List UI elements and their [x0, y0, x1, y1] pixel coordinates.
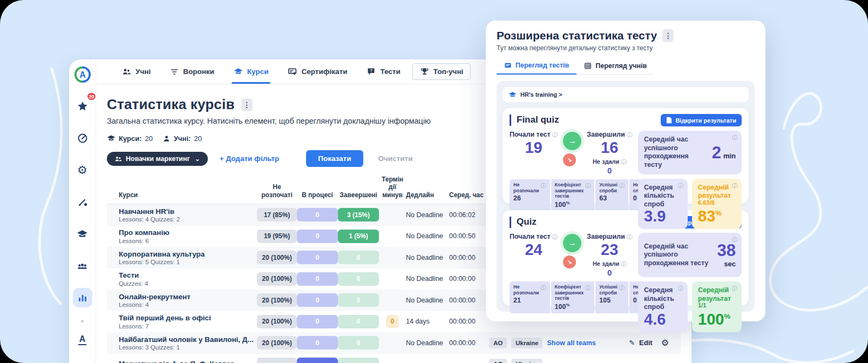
avg-time-unit: min [723, 152, 736, 160]
stat-label: Учні: [174, 135, 191, 143]
tab-courses[interactable]: Курси [226, 59, 276, 84]
in-progress-pill[interactable] [297, 358, 338, 363]
show-button[interactable]: Показати [306, 150, 363, 167]
info-icon[interactable]: ⓘ [732, 134, 737, 142]
in-progress-pill[interactable]: 0 [297, 251, 338, 264]
avg-time-value: 2 [712, 144, 721, 161]
completed-pill[interactable]: 0 [338, 336, 379, 349]
not-started-pill[interactable]: 20 (100%) [257, 293, 297, 307]
avg-time-cell: 00:00:50 [449, 232, 487, 240]
in-progress-pill[interactable]: 0 [297, 336, 338, 349]
info-icon[interactable]: ⓘ [732, 285, 737, 292]
completed-pill[interactable]: 0 [338, 251, 379, 264]
deadline-cell: No Deadline [406, 275, 449, 283]
deadline-cell: No Deadline [406, 254, 449, 261]
sidebar-item-courses[interactable] [73, 224, 92, 244]
in-progress-pill[interactable]: 0 [297, 230, 338, 243]
avg-time-unit: sec [724, 260, 736, 268]
sidebar-item-statistics[interactable] [73, 288, 92, 307]
in-progress-pill[interactable]: 0 [297, 315, 338, 328]
tab-students-view[interactable]: Перегляд учнів [577, 58, 654, 74]
info-icon[interactable]: ⓘ [541, 182, 546, 194]
in-progress-pill[interactable]: 0 [297, 293, 338, 307]
completed-pill[interactable]: 3 (15%) [338, 208, 379, 221]
open-results-button[interactable]: Відкрити результати [661, 114, 742, 126]
breadcrumb[interactable]: HR's training > [503, 87, 749, 102]
team-filter-chip[interactable]: Новачки маркетинг ⌄ [107, 152, 208, 166]
app-logo[interactable]: A [73, 65, 92, 84]
tab-tests[interactable]: ? Тести [359, 59, 408, 84]
not-started-pill[interactable]: 20 (100%) [257, 251, 297, 264]
extended-stats-panel: Розширена статистика тесту ⋮ Тут можна п… [486, 21, 765, 321]
info-icon[interactable]: ⓘ [621, 261, 626, 267]
completed-pill[interactable]: 0 [338, 293, 379, 307]
graduation-cap-icon [234, 67, 243, 76]
team-badge[interactable]: AO [489, 359, 507, 363]
info-icon[interactable]: ⓘ [541, 284, 546, 296]
table-row[interactable]: Маркетинг від А до Я. Ф. Котлер AOUkrain… [107, 354, 681, 363]
info-icon[interactable]: ⓘ [585, 284, 591, 301]
info-icon[interactable]: ⓘ [552, 132, 558, 138]
completed-pill[interactable]: 0 [338, 315, 379, 328]
gauge-icon [77, 133, 88, 144]
expired-badge[interactable]: 0 [386, 315, 399, 328]
completed-pill[interactable]: 0 [338, 272, 379, 286]
info-icon[interactable]: ⓘ [619, 284, 625, 296]
sidebar-item-teams[interactable] [73, 256, 92, 275]
course-sublabel: Lessons: 4 [119, 301, 257, 308]
not-started-pill[interactable]: 17 (85%) [257, 208, 297, 221]
completed-pill[interactable] [338, 358, 379, 363]
in-progress-pill[interactable]: 0 [297, 208, 338, 221]
sidebar-item-dashboard[interactable] [73, 129, 92, 148]
info-icon[interactable]: ⓘ [552, 234, 558, 240]
show-all-teams-link[interactable]: Show all teams [547, 339, 595, 347]
in-progress-pill[interactable]: 0 [297, 272, 338, 286]
edit-button[interactable]: Edit [639, 339, 653, 347]
info-icon[interactable]: ⓘ [621, 159, 626, 165]
completion-rate-chip: Коефіцієнт завершених тестівⓘ 100% [551, 281, 595, 314]
sidebar-item-typography[interactable]: A [78, 335, 87, 345]
not-started-pill[interactable]: 19 (95%) [257, 230, 297, 243]
failed-value: 0 [587, 268, 632, 277]
settings-icon[interactable]: ⚙ [661, 338, 669, 348]
panel-menu-button[interactable]: ⋮ [662, 29, 674, 42]
avg-time-cell: 00:00:00 [449, 339, 487, 347]
failed-stat: Не здали ⓘ [587, 260, 632, 268]
sidebar-item-customization[interactable] [73, 192, 92, 212]
team-badge[interactable]: Ukraine [511, 338, 542, 348]
info-icon[interactable]: ⓘ [585, 182, 591, 199]
tab-certificates[interactable]: Сертифікати [280, 59, 355, 84]
clear-button[interactable]: Очистити [375, 154, 416, 163]
quiz-list: Final quiz Відкрити результати Почали те… [503, 108, 749, 306]
course-title: Маркетинг від А до Я. Ф. Котлер [119, 360, 257, 363]
info-icon[interactable]: ⓘ [732, 236, 737, 244]
table-row[interactable]: Найбагатший чоловік у Вавилоні, Д... Les… [107, 332, 681, 354]
info-icon[interactable]: ⓘ [678, 285, 683, 292]
tab-tests-view[interactable]: Перегляд тестів [497, 58, 577, 75]
info-icon[interactable]: ⓘ [678, 182, 683, 190]
trophy-icon [420, 67, 429, 76]
info-icon[interactable]: ⓘ [732, 182, 737, 190]
not-started-pill[interactable]: 20 (100%) [257, 272, 297, 286]
column-header: Не розпочаті [257, 183, 297, 204]
tab-top-students[interactable]: Топ-учні [412, 63, 471, 80]
sidebar-item-favorites[interactable]: 20 [73, 97, 92, 116]
add-filter-link[interactable]: + Додати фільтр [220, 154, 279, 163]
page-menu-button[interactable]: ⋮ [241, 98, 253, 111]
completed-pill[interactable]: 1 (5%) [338, 230, 379, 243]
avg-time-cell: 00:00:00 [449, 297, 487, 304]
info-icon[interactable]: ⓘ [619, 182, 625, 194]
info-icon[interactable]: ⓘ [627, 234, 632, 240]
sidebar-item-settings[interactable]: ⚙ [73, 160, 92, 180]
team-badge[interactable]: Ukraine [511, 359, 542, 363]
avg-attempts-value: 4.6 [644, 312, 682, 327]
not-started-pill[interactable] [257, 358, 297, 363]
not-started-pill[interactable]: 20 (100%) [257, 315, 297, 328]
tab-funnels[interactable]: Воронки [162, 59, 222, 84]
not-started-pill[interactable]: 20 (100%) [257, 336, 297, 349]
tab-students[interactable]: Учні [114, 59, 158, 84]
info-icon[interactable]: ⓘ [627, 132, 632, 138]
desktop-background: A 20 ⚙ [0, 0, 868, 363]
team-badge[interactable]: AO [489, 338, 507, 348]
course-cell: Тести Quizzes: 4 [107, 271, 257, 287]
